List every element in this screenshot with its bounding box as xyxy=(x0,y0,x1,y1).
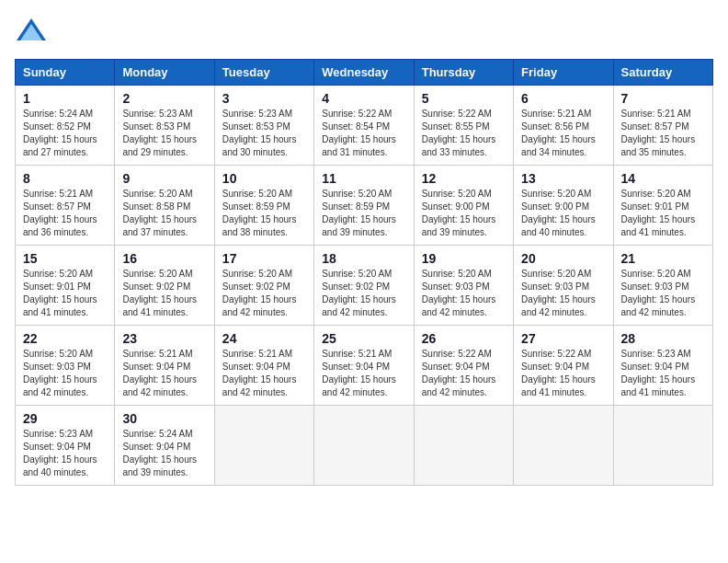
day-number: 4 xyxy=(322,91,405,106)
day-number: 15 xyxy=(23,251,107,266)
calendar-day-cell: 6Sunrise: 5:21 AM Sunset: 8:56 PM Daylig… xyxy=(514,86,613,166)
calendar-day-cell: 21Sunrise: 5:20 AM Sunset: 9:03 PM Dayli… xyxy=(613,246,712,326)
day-info: Sunrise: 5:21 AM Sunset: 9:04 PM Dayligh… xyxy=(122,348,206,399)
day-info: Sunrise: 5:20 AM Sunset: 9:01 PM Dayligh… xyxy=(23,268,107,319)
calendar-day-cell: 3Sunrise: 5:23 AM Sunset: 8:53 PM Daylig… xyxy=(214,86,313,166)
day-number: 29 xyxy=(23,411,107,426)
calendar-day-cell: 11Sunrise: 5:20 AM Sunset: 8:59 PM Dayli… xyxy=(314,166,414,246)
calendar-table: SundayMondayTuesdayWednesdayThursdayFrid… xyxy=(15,59,713,486)
day-of-week-header: Wednesday xyxy=(314,60,414,86)
day-number: 28 xyxy=(621,331,705,346)
day-info: Sunrise: 5:23 AM Sunset: 8:53 PM Dayligh… xyxy=(122,108,206,159)
day-info: Sunrise: 5:24 AM Sunset: 9:04 PM Dayligh… xyxy=(122,428,206,479)
calendar-day-cell: 22Sunrise: 5:20 AM Sunset: 9:03 PM Dayli… xyxy=(16,326,115,406)
day-info: Sunrise: 5:23 AM Sunset: 8:53 PM Dayligh… xyxy=(222,108,306,159)
day-number: 26 xyxy=(422,331,506,346)
day-number: 30 xyxy=(122,411,206,426)
calendar-header-row: SundayMondayTuesdayWednesdayThursdayFrid… xyxy=(16,60,713,86)
calendar-day-cell: 8Sunrise: 5:21 AM Sunset: 8:57 PM Daylig… xyxy=(16,166,115,246)
calendar-day-cell: 17Sunrise: 5:20 AM Sunset: 9:02 PM Dayli… xyxy=(214,246,313,326)
day-info: Sunrise: 5:22 AM Sunset: 9:04 PM Dayligh… xyxy=(521,348,605,399)
day-info: Sunrise: 5:21 AM Sunset: 8:56 PM Dayligh… xyxy=(521,108,605,159)
day-info: Sunrise: 5:24 AM Sunset: 8:52 PM Dayligh… xyxy=(23,108,107,159)
day-of-week-header: Thursday xyxy=(414,60,513,86)
day-number: 7 xyxy=(621,91,705,106)
calendar-day-cell: 23Sunrise: 5:21 AM Sunset: 9:04 PM Dayli… xyxy=(115,326,214,406)
day-number: 9 xyxy=(122,171,206,186)
calendar-day-cell: 12Sunrise: 5:20 AM Sunset: 9:00 PM Dayli… xyxy=(414,166,513,246)
calendar-day-cell: 13Sunrise: 5:20 AM Sunset: 9:00 PM Dayli… xyxy=(514,166,613,246)
calendar-week-row: 22Sunrise: 5:20 AM Sunset: 9:03 PM Dayli… xyxy=(16,326,713,406)
day-of-week-header: Monday xyxy=(115,60,214,86)
calendar-day-cell: 26Sunrise: 5:22 AM Sunset: 9:04 PM Dayli… xyxy=(414,326,513,406)
day-number: 10 xyxy=(222,171,306,186)
day-number: 22 xyxy=(23,331,107,346)
day-number: 14 xyxy=(621,171,705,186)
calendar-day-cell: 14Sunrise: 5:20 AM Sunset: 9:01 PM Dayli… xyxy=(613,166,712,246)
day-info: Sunrise: 5:21 AM Sunset: 8:57 PM Dayligh… xyxy=(23,188,107,239)
calendar-day-cell: 10Sunrise: 5:20 AM Sunset: 8:59 PM Dayli… xyxy=(214,166,313,246)
day-info: Sunrise: 5:20 AM Sunset: 9:02 PM Dayligh… xyxy=(322,268,405,319)
logo-icon xyxy=(15,15,48,48)
calendar-day-cell: 24Sunrise: 5:21 AM Sunset: 9:04 PM Dayli… xyxy=(214,326,313,406)
day-info: Sunrise: 5:21 AM Sunset: 8:57 PM Dayligh… xyxy=(621,108,705,159)
calendar-week-row: 15Sunrise: 5:20 AM Sunset: 9:01 PM Dayli… xyxy=(16,246,713,326)
day-number: 3 xyxy=(222,91,306,106)
day-info: Sunrise: 5:20 AM Sunset: 8:58 PM Dayligh… xyxy=(122,188,206,239)
calendar-week-row: 1Sunrise: 5:24 AM Sunset: 8:52 PM Daylig… xyxy=(16,86,713,166)
day-of-week-header: Friday xyxy=(514,60,613,86)
day-info: Sunrise: 5:22 AM Sunset: 9:04 PM Dayligh… xyxy=(422,348,506,399)
day-number: 20 xyxy=(521,251,605,266)
calendar-day-cell: 15Sunrise: 5:20 AM Sunset: 9:01 PM Dayli… xyxy=(16,246,115,326)
calendar-day-cell xyxy=(613,406,712,486)
calendar-day-cell: 5Sunrise: 5:22 AM Sunset: 8:55 PM Daylig… xyxy=(414,86,513,166)
day-info: Sunrise: 5:20 AM Sunset: 9:03 PM Dayligh… xyxy=(521,268,605,319)
day-info: Sunrise: 5:23 AM Sunset: 9:04 PM Dayligh… xyxy=(23,428,107,479)
day-number: 21 xyxy=(621,251,705,266)
day-info: Sunrise: 5:21 AM Sunset: 9:04 PM Dayligh… xyxy=(322,348,405,399)
day-number: 18 xyxy=(322,251,405,266)
day-info: Sunrise: 5:22 AM Sunset: 8:54 PM Dayligh… xyxy=(322,108,405,159)
calendar-day-cell: 7Sunrise: 5:21 AM Sunset: 8:57 PM Daylig… xyxy=(613,86,712,166)
calendar-day-cell xyxy=(414,406,513,486)
day-number: 13 xyxy=(521,171,605,186)
page-header xyxy=(15,15,713,48)
day-number: 23 xyxy=(122,331,206,346)
day-number: 1 xyxy=(23,91,107,106)
calendar-day-cell: 18Sunrise: 5:20 AM Sunset: 9:02 PM Dayli… xyxy=(314,246,414,326)
calendar-day-cell: 9Sunrise: 5:20 AM Sunset: 8:58 PM Daylig… xyxy=(115,166,214,246)
calendar-day-cell xyxy=(514,406,613,486)
calendar-day-cell: 4Sunrise: 5:22 AM Sunset: 8:54 PM Daylig… xyxy=(314,86,414,166)
calendar-day-cell: 19Sunrise: 5:20 AM Sunset: 9:03 PM Dayli… xyxy=(414,246,513,326)
day-number: 11 xyxy=(322,171,405,186)
calendar-day-cell: 28Sunrise: 5:23 AM Sunset: 9:04 PM Dayli… xyxy=(613,326,712,406)
day-info: Sunrise: 5:20 AM Sunset: 9:01 PM Dayligh… xyxy=(621,188,705,239)
day-info: Sunrise: 5:20 AM Sunset: 9:00 PM Dayligh… xyxy=(422,188,506,239)
day-number: 5 xyxy=(422,91,506,106)
calendar-day-cell: 29Sunrise: 5:23 AM Sunset: 9:04 PM Dayli… xyxy=(16,406,115,486)
day-number: 12 xyxy=(422,171,506,186)
calendar-day-cell: 16Sunrise: 5:20 AM Sunset: 9:02 PM Dayli… xyxy=(115,246,214,326)
calendar-day-cell: 27Sunrise: 5:22 AM Sunset: 9:04 PM Dayli… xyxy=(514,326,613,406)
day-info: Sunrise: 5:20 AM Sunset: 8:59 PM Dayligh… xyxy=(322,188,405,239)
day-info: Sunrise: 5:20 AM Sunset: 9:03 PM Dayligh… xyxy=(422,268,506,319)
calendar-day-cell: 30Sunrise: 5:24 AM Sunset: 9:04 PM Dayli… xyxy=(115,406,214,486)
day-info: Sunrise: 5:22 AM Sunset: 8:55 PM Dayligh… xyxy=(422,108,506,159)
calendar-week-row: 8Sunrise: 5:21 AM Sunset: 8:57 PM Daylig… xyxy=(16,166,713,246)
day-number: 6 xyxy=(521,91,605,106)
logo xyxy=(15,15,53,48)
day-number: 2 xyxy=(122,91,206,106)
day-info: Sunrise: 5:23 AM Sunset: 9:04 PM Dayligh… xyxy=(621,348,705,399)
calendar-day-cell: 2Sunrise: 5:23 AM Sunset: 8:53 PM Daylig… xyxy=(115,86,214,166)
day-of-week-header: Tuesday xyxy=(214,60,313,86)
calendar-day-cell xyxy=(214,406,313,486)
day-number: 8 xyxy=(23,171,107,186)
calendar-week-row: 29Sunrise: 5:23 AM Sunset: 9:04 PM Dayli… xyxy=(16,406,713,486)
day-of-week-header: Saturday xyxy=(613,60,712,86)
calendar-day-cell: 25Sunrise: 5:21 AM Sunset: 9:04 PM Dayli… xyxy=(314,326,414,406)
day-number: 25 xyxy=(322,331,405,346)
day-info: Sunrise: 5:20 AM Sunset: 9:00 PM Dayligh… xyxy=(521,188,605,239)
day-info: Sunrise: 5:21 AM Sunset: 9:04 PM Dayligh… xyxy=(222,348,306,399)
day-info: Sunrise: 5:20 AM Sunset: 9:02 PM Dayligh… xyxy=(122,268,206,319)
day-number: 24 xyxy=(222,331,306,346)
